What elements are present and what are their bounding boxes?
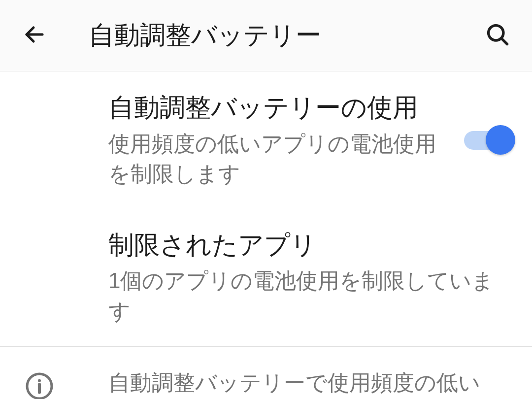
settings-content: 自動調整バッテリーの使用 使用頻度の低いアプリの電池使用を制限します 制限された…: [0, 71, 532, 399]
toggle-thumb: [486, 125, 515, 155]
back-button[interactable]: [20, 21, 49, 50]
page-title: 自動調整バッテリー: [89, 18, 483, 53]
search-button[interactable]: [483, 21, 512, 50]
info-icon: [25, 371, 54, 399]
adaptive-battery-row[interactable]: 自動調整バッテリーの使用 使用頻度の低いアプリの電池使用を制限します: [0, 71, 532, 209]
restricted-apps-subtitle: 1個のアプリの電池使用を制限しています: [108, 266, 502, 326]
restricted-apps-text: 制限されたアプリ 1個のアプリの電池使用を制限しています: [108, 229, 512, 327]
adaptive-battery-toggle[interactable]: [464, 125, 512, 155]
adaptive-battery-title: 自動調整バッテリーの使用: [108, 91, 454, 125]
app-bar: 自動調整バッテリー: [0, 0, 532, 71]
search-icon: [485, 22, 510, 49]
adaptive-battery-text: 自動調整バッテリーの使用 使用頻度の低いアプリの電池使用を制限します: [108, 91, 464, 189]
info-section: 自動調整バッテリーで使用頻度の低いアプリの電池使用を制限すると、電池が長持ち: [0, 346, 532, 399]
svg-point-5: [38, 379, 41, 382]
restricted-apps-title: 制限されたアプリ: [108, 229, 502, 262]
arrow-back-icon: [23, 23, 46, 48]
adaptive-battery-subtitle: 使用頻度の低いアプリの電池使用を制限します: [108, 129, 454, 189]
svg-line-2: [501, 38, 507, 44]
info-text: 自動調整バッテリーで使用頻度の低いアプリの電池使用を制限すると、電池が長持ち: [108, 366, 512, 399]
restricted-apps-row[interactable]: 制限されたアプリ 1個のアプリの電池使用を制限しています: [0, 209, 532, 346]
